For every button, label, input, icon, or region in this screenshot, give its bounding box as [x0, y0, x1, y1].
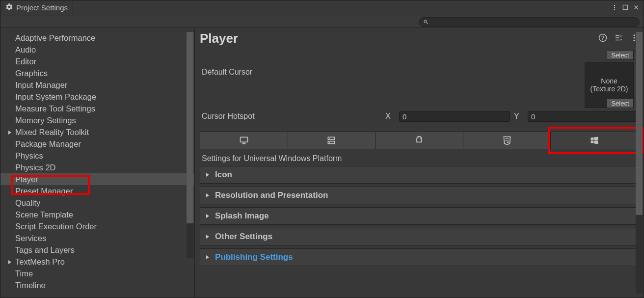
sidebar-item-memory-settings[interactable]: Memory Settings: [0, 114, 194, 126]
platform-tab-uwp[interactable]: [551, 132, 638, 149]
content-scroll-area: Select Default Cursor None (Texture 2D) …: [195, 48, 644, 298]
sidebar-item-mixed-reality-toolkit[interactable]: Mixed Reality Toolkit: [0, 126, 194, 138]
preset-icon[interactable]: [614, 33, 623, 44]
sidebar-item-measure-tool-settings[interactable]: Measure Tool Settings: [0, 103, 194, 114]
chevron-right-icon: [7, 128, 12, 137]
sidebar-item-timeline[interactable]: Timeline: [0, 279, 194, 291]
svg-point-12: [329, 138, 330, 139]
sidebar-item-player[interactable]: Player: [0, 173, 194, 185]
sidebar-item-input-system-package[interactable]: Input System Package: [0, 91, 194, 103]
project-settings-window: Project Settings Adaptive PerformanceAud…: [0, 0, 644, 298]
sidebar-item-label: Mixed Reality Toolkit: [15, 128, 89, 137]
foldouts: IconResolution and PresentationSplash Im…: [200, 166, 639, 266]
sidebar-item-label: Player: [15, 175, 38, 184]
chevron-right-icon: [205, 211, 210, 221]
foldout-publishing-settings[interactable]: Publishing Settings: [200, 248, 639, 266]
search-row: [0, 16, 644, 28]
sidebar-item-label: Preset Manager: [15, 187, 73, 196]
foldout-splash-image[interactable]: Splash Image: [200, 207, 639, 225]
svg-point-8: [634, 39, 635, 41]
foldout-label: Publishing Settings: [215, 252, 293, 262]
content-header: Player ?: [195, 28, 644, 48]
chevron-right-icon: [205, 190, 210, 200]
svg-point-7: [634, 37, 635, 38]
sidebar-item-services[interactable]: Services: [0, 232, 194, 244]
sidebar-item-label: Script Execution Order: [15, 222, 97, 231]
svg-point-2: [614, 8, 615, 9]
select-button-bottom[interactable]: Select: [607, 98, 634, 108]
foldout-label: Icon: [215, 170, 232, 180]
hotspot-y-input[interactable]: [528, 111, 639, 122]
platform-tab-webgl[interactable]: [463, 132, 551, 149]
sidebar-item-label: Physics 2D: [15, 163, 56, 172]
sidebar-item-label: Scene Template: [15, 210, 73, 219]
platform-section-title: Settings for Universal Windows Platform: [202, 154, 637, 163]
sidebar-item-scene-template[interactable]: Scene Template: [0, 209, 194, 220]
windows-icon: [590, 135, 599, 145]
texture-none-label-2: (Texture 2D): [590, 85, 628, 93]
svg-line-14: [418, 136, 418, 138]
chevron-right-icon: [205, 170, 210, 180]
sidebar-item-preset-manager[interactable]: Preset Manager: [0, 185, 194, 197]
sidebar-item-adaptive-performance[interactable]: Adaptive Performance: [0, 32, 194, 44]
select-button-top[interactable]: Select: [607, 50, 634, 60]
default-cursor-label: Default Cursor: [200, 68, 252, 77]
chevron-right-icon: [205, 232, 210, 242]
platform-tab-server[interactable]: [288, 132, 376, 149]
sidebar-item-graphics[interactable]: Graphics: [0, 67, 194, 79]
hotspot-x-label: X: [385, 112, 395, 121]
sidebar-item-input-manager[interactable]: Input Manager: [0, 79, 194, 91]
sidebar-item-tags-and-layers[interactable]: Tags and Layers: [0, 244, 194, 256]
sidebar-scroll-thumb[interactable]: [187, 32, 193, 223]
foldout-label: Other Settings: [215, 232, 272, 242]
foldout-resolution-and-presentation[interactable]: Resolution and Presentation: [200, 187, 639, 204]
default-cursor-row: Default Cursor None (Texture 2D) Select: [200, 53, 639, 62]
svg-point-16: [418, 138, 419, 139]
kebab-icon[interactable]: [611, 4, 618, 13]
foldout-label: Resolution and Presentation: [215, 190, 328, 200]
svg-rect-9: [240, 137, 247, 142]
sidebar-item-physics-2d[interactable]: Physics 2D: [0, 162, 194, 173]
sidebar-item-label: Graphics: [15, 69, 48, 78]
sidebar-item-package-manager[interactable]: Package Manager: [0, 138, 194, 150]
content-scroll-thumb[interactable]: [636, 32, 643, 215]
settings-sidebar: Adaptive PerformanceAudioEditorGraphicsI…: [0, 28, 195, 298]
window-tab[interactable]: Project Settings: [0, 0, 73, 16]
texture-none-label-1: None: [601, 77, 617, 85]
title-icons: [607, 0, 644, 16]
body: Adaptive PerformanceAudioEditorGraphicsI…: [0, 28, 644, 298]
content-scrollbar[interactable]: [636, 32, 643, 294]
sidebar-item-quality[interactable]: Quality: [0, 197, 194, 209]
sidebar-item-time[interactable]: Time: [0, 268, 194, 279]
svg-text:?: ?: [601, 34, 604, 40]
hotspot-x-input[interactable]: [399, 111, 510, 122]
sidebar-item-editor[interactable]: Editor: [0, 55, 194, 67]
monitor-icon: [239, 135, 249, 145]
sidebar-item-label: TextMesh Pro: [15, 257, 65, 267]
sidebar-item-label: Package Manager: [15, 139, 81, 149]
help-icon[interactable]: ?: [598, 33, 607, 44]
sidebar-item-script-execution-order[interactable]: Script Execution Order: [0, 220, 194, 232]
sidebar-item-label: Input System Package: [15, 92, 96, 102]
foldout-icon[interactable]: Icon: [200, 166, 639, 184]
svg-point-13: [329, 142, 330, 143]
platform-tab-standalone[interactable]: [200, 132, 288, 149]
cursor-hotspot-row: Cursor Hotspot X Y: [200, 111, 639, 122]
sidebar-scrollbar[interactable]: [187, 32, 193, 258]
cursor-hotspot-label: Cursor Hotspot: [200, 112, 381, 121]
close-icon[interactable]: [633, 4, 640, 13]
foldout-other-settings[interactable]: Other Settings: [200, 228, 639, 245]
sidebar-item-label: Adaptive Performance: [15, 33, 95, 43]
sidebar-item-label: Measure Tool Settings: [15, 104, 95, 113]
foldout-label: Splash Image: [215, 211, 269, 221]
sidebar-item-label: Physics: [15, 151, 43, 161]
svg-point-1: [614, 6, 615, 7]
maximize-icon[interactable]: [622, 4, 629, 13]
sidebar-item-label: Time: [15, 269, 33, 278]
search-input[interactable]: [419, 17, 640, 27]
sidebar-item-label: Input Manager: [15, 81, 67, 90]
sidebar-item-physics[interactable]: Physics: [0, 150, 194, 162]
platform-tab-android[interactable]: [376, 132, 463, 149]
sidebar-item-audio[interactable]: Audio: [0, 44, 194, 55]
sidebar-item-textmesh-pro[interactable]: TextMesh Pro: [0, 256, 194, 268]
